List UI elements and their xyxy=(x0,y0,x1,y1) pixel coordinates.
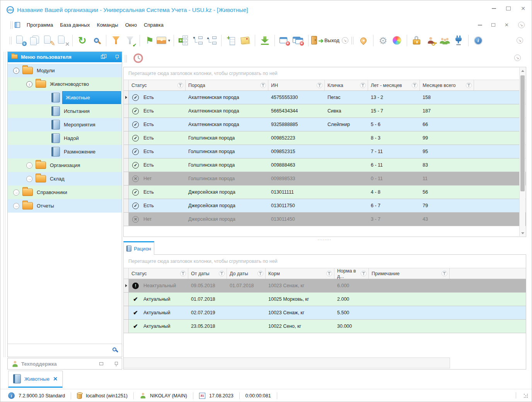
table-row[interactable]: ✔Актуальный02.07.201910023 Сенаж, кг5.50… xyxy=(124,306,526,320)
menu-okno[interactable]: Окно xyxy=(122,20,140,30)
user-rights-button[interactable] xyxy=(424,32,438,49)
table-row[interactable]: ✕НетГолштинская порода0098985330 - 1111 xyxy=(124,172,526,186)
scrollbar-thumb[interactable] xyxy=(520,75,525,191)
tab-close-icon[interactable]: ✕ xyxy=(53,376,58,382)
close-icon[interactable]: ✕ xyxy=(521,7,525,10)
maximize-icon[interactable] xyxy=(506,7,511,10)
collapse-tree-button[interactable]: ▼ xyxy=(191,32,205,49)
column-header[interactable]: От даты xyxy=(188,268,227,279)
filter-icon[interactable] xyxy=(177,82,183,88)
menu-baza-dannyh[interactable]: База данных xyxy=(56,20,93,30)
panel-splitter[interactable]: ........ xyxy=(123,237,526,241)
table-row[interactable]: ✓ЕстьДжерсейская порода0130111114 - 856 xyxy=(124,186,526,199)
add-column-button[interactable]: + xyxy=(224,32,238,49)
plugins-button[interactable] xyxy=(452,32,466,49)
column-header[interactable]: До даты xyxy=(227,268,266,279)
expand-toggle-icon[interactable]: → xyxy=(13,189,19,196)
table-row[interactable]: ✓ЕстьГолштинская порода0098522238 - 399 xyxy=(124,131,526,145)
filter-icon[interactable] xyxy=(466,82,472,88)
vertical-scrollbar[interactable] xyxy=(519,68,525,236)
toolbar-grip[interactable] xyxy=(10,21,12,29)
export-button[interactable] xyxy=(258,32,272,49)
filter-icon[interactable] xyxy=(180,271,186,276)
sidebar-item-organizaciya[interactable]: →Организация xyxy=(8,158,122,172)
tab-racion[interactable]: Рацион xyxy=(123,241,154,255)
filter-icon[interactable] xyxy=(361,271,367,276)
filter-icon[interactable] xyxy=(257,271,263,276)
sidebar-item-zhivotnovodstvo[interactable]: ↓Животноводство xyxy=(8,77,122,91)
menubar-overflow-icon[interactable]: ↘ xyxy=(518,22,525,28)
refresh-button[interactable]: ↻ xyxy=(75,32,89,49)
menu-spravka[interactable]: Справка xyxy=(140,20,167,30)
support-restore-icon[interactable] xyxy=(99,362,103,365)
close-window-button[interactable]: ✕ xyxy=(278,32,292,49)
filter-icon[interactable] xyxy=(360,82,366,88)
grid-toolbar-overflow-icon[interactable]: ↘ xyxy=(514,55,521,61)
table-row[interactable]: ✓ЕстьДжерсейская порода0130117506 - 779 xyxy=(124,199,526,213)
column-header[interactable]: Статус xyxy=(129,80,186,90)
column-header[interactable]: Месяцев всего xyxy=(420,80,474,90)
new-record-button[interactable]: + xyxy=(14,32,28,49)
filter-icon[interactable] xyxy=(260,82,266,88)
time-tracking-button[interactable] xyxy=(133,53,143,65)
column-header[interactable]: Кличка xyxy=(325,80,368,90)
settings-button[interactable]: ⚙ xyxy=(376,32,390,49)
expand-rows-button[interactable]: +−−− xyxy=(177,32,191,49)
exit-button[interactable]: ➔ Выход ↘ xyxy=(311,32,348,49)
search-button[interactable] xyxy=(89,32,103,49)
search-icon[interactable] xyxy=(113,347,116,351)
lock-button[interactable] xyxy=(410,32,424,49)
column-header[interactable]: Лет - месяцев xyxy=(368,80,420,90)
table-row[interactable]: ✓ЕстьГолштинская порода0098523157 - 1195 xyxy=(124,145,526,158)
info-button[interactable]: i xyxy=(471,32,485,49)
filter-icon[interactable] xyxy=(317,82,322,88)
flag-button[interactable]: ⚑ xyxy=(143,32,157,49)
sidebar-item-nadoj[interactable]: Надой xyxy=(8,131,122,145)
filter-icon[interactable] xyxy=(219,271,225,276)
table-row[interactable]: ✓ЕстьАхалтекинская порода5665434344Сивка… xyxy=(124,104,526,118)
child-minimize-icon[interactable] xyxy=(478,25,482,26)
scroll-up-icon[interactable] xyxy=(520,68,525,74)
panel-pin-icon[interactable] xyxy=(115,55,119,60)
notes-button[interactable] xyxy=(238,32,252,49)
filter-settings-button[interactable]: ✔ xyxy=(123,32,137,49)
expand-toggle-icon[interactable]: → xyxy=(26,176,32,182)
column-header[interactable]: Порода xyxy=(186,80,268,90)
grid-toolbar-grip[interactable] xyxy=(125,55,127,63)
sidebar-grip[interactable] xyxy=(3,52,5,357)
column-header[interactable]: Примечание xyxy=(369,268,450,279)
expand-toggle-icon[interactable]: → xyxy=(26,162,32,169)
sidebar-item-spravochniki[interactable]: →Справочники xyxy=(8,186,122,199)
table-row[interactable]: ✔Актуальный23.05.201810022 Сено, кг30.00… xyxy=(124,320,526,333)
toolbar-overflow-icon[interactable]: ↘ xyxy=(517,37,523,44)
expand-tree-button[interactable]: ▲ xyxy=(205,32,218,49)
minimize-icon[interactable] xyxy=(492,8,496,9)
collapse-toggle-icon[interactable]: ↓ xyxy=(13,68,19,74)
copy-record-button[interactable] xyxy=(28,32,42,49)
collapse-toggle-icon[interactable]: ↓ xyxy=(26,81,32,87)
colors-button[interactable] xyxy=(390,32,404,49)
table-row[interactable]: ✓ЕстьГолштинская порода0098884636 - 1183 xyxy=(124,158,526,172)
delete-record-button[interactable]: ✕ xyxy=(56,32,70,49)
exit-overflow-icon[interactable]: ↘ xyxy=(342,37,348,44)
menu-programma[interactable]: Программа xyxy=(23,20,56,30)
child-close-icon[interactable]: ✕ xyxy=(505,23,509,27)
column-header[interactable]: Норма в д... xyxy=(334,268,369,279)
table-row[interactable]: ✔Актуальный01.07.201810025 Морковь, кг2.… xyxy=(124,293,526,306)
panel-restore-icon[interactable] xyxy=(101,55,105,59)
scroll-down-icon[interactable] xyxy=(520,230,525,236)
sidebar-item-meropriyatiya[interactable]: Мероприятия xyxy=(8,118,122,131)
filter-button[interactable] xyxy=(109,32,123,49)
sidebar-item-otchety[interactable]: →Отчеты xyxy=(8,199,122,213)
expand-toggle-icon[interactable]: → xyxy=(13,203,19,209)
location-button[interactable] xyxy=(356,32,370,49)
users-button[interactable] xyxy=(438,32,452,49)
document-tab-zhivotnye[interactable]: Животные ✕ xyxy=(8,371,63,388)
close-all-windows-button[interactable]: ✕ xyxy=(292,32,305,49)
table-row[interactable]: !Неактуальный09.05.201801.07.201810023 С… xyxy=(124,279,526,293)
resize-grip[interactable] xyxy=(524,394,529,399)
table-row[interactable]: ✓ЕстьАхалтекинская порода9325888885Слейп… xyxy=(124,118,526,131)
column-header[interactable]: Корм xyxy=(266,268,334,279)
sidebar-item-ispytaniya[interactable]: Испытания xyxy=(8,104,122,118)
column-header[interactable]: ИН xyxy=(268,80,325,90)
